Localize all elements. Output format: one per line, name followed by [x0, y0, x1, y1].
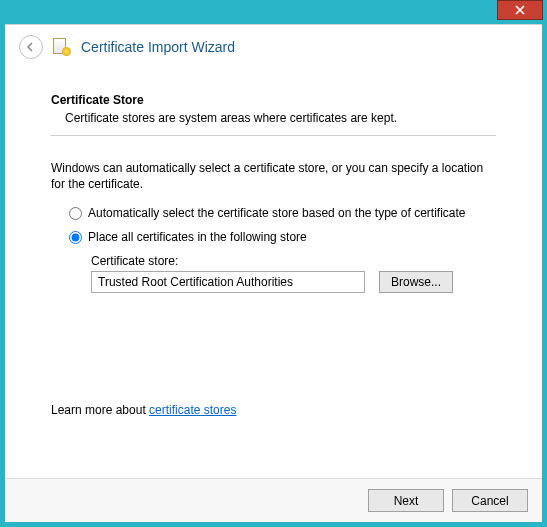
browse-button[interactable]: Browse... — [379, 271, 453, 293]
wizard-header: Certificate Import Wizard — [5, 25, 542, 67]
titlebar — [0, 0, 547, 24]
learn-more-link[interactable]: certificate stores — [149, 403, 236, 417]
close-icon — [515, 5, 525, 15]
radio-auto-label: Automatically select the certificate sto… — [88, 206, 466, 220]
radio-auto-input[interactable] — [69, 207, 82, 220]
store-radio-group: Automatically select the certificate sto… — [69, 206, 496, 293]
cancel-button[interactable]: Cancel — [452, 489, 528, 512]
section-heading: Certificate Store — [51, 93, 496, 107]
section-description: Certificate stores are system areas wher… — [65, 111, 496, 125]
store-row: Browse... — [91, 271, 496, 293]
radio-place-label: Place all certificates in the following … — [88, 230, 307, 244]
back-arrow-icon — [25, 41, 37, 53]
learn-more-prefix: Learn more about — [51, 403, 149, 417]
certificate-store-input[interactable] — [91, 271, 365, 293]
wizard-content: Certificate Store Certificate stores are… — [5, 67, 542, 478]
store-block: Certificate store: Browse... — [91, 254, 496, 293]
wizard-window: Certificate Import Wizard Certificate St… — [5, 24, 542, 522]
divider — [51, 135, 496, 136]
next-button[interactable]: Next — [368, 489, 444, 512]
radio-place-input[interactable] — [69, 231, 82, 244]
intro-text: Windows can automatically select a certi… — [51, 160, 496, 192]
radio-auto-select[interactable]: Automatically select the certificate sto… — [69, 206, 496, 220]
wizard-title: Certificate Import Wizard — [81, 39, 235, 55]
wizard-footer: Next Cancel — [5, 478, 542, 522]
certificate-wizard-icon — [53, 38, 71, 56]
back-button[interactable] — [19, 35, 43, 59]
store-field-label: Certificate store: — [91, 254, 496, 268]
radio-place-all[interactable]: Place all certificates in the following … — [69, 230, 496, 244]
learn-more: Learn more about certificate stores — [51, 403, 496, 417]
close-button[interactable] — [497, 0, 543, 20]
